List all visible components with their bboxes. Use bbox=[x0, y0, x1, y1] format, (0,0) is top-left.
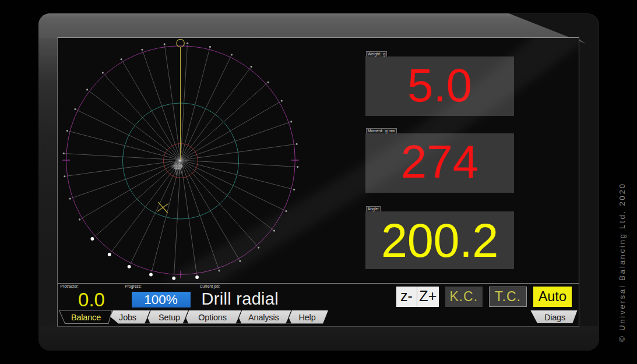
svg-text:Options: Options bbox=[198, 313, 227, 322]
svg-text:Setup: Setup bbox=[159, 313, 180, 322]
svg-text:Help: Help bbox=[298, 313, 315, 322]
svg-text:Diags: Diags bbox=[544, 313, 565, 322]
svg-text:Balance: Balance bbox=[71, 313, 101, 322]
svg-text:Analysis: Analysis bbox=[248, 313, 279, 322]
svg-text:Jobs: Jobs bbox=[119, 313, 136, 322]
